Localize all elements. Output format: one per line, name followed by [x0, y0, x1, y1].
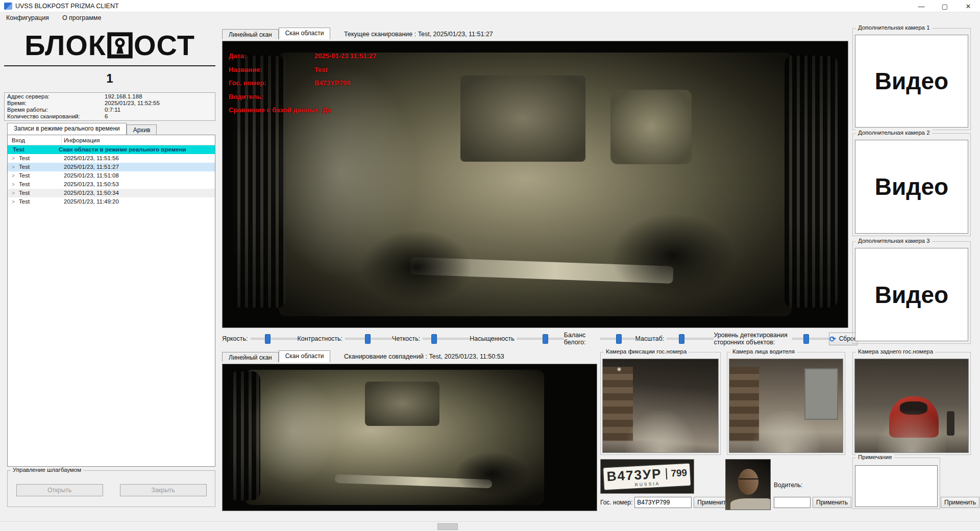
barrier-open-button[interactable]: Открыть: [16, 484, 103, 496]
brightness-slider[interactable]: [251, 338, 298, 340]
extra-camera-1-title: Дополнительная камера 1: [856, 24, 932, 31]
title-bar: UVSS BLOKPOST PRIZMA CLIENT — ▢ ✕: [0, 0, 980, 12]
scan-overlay-text: Дата:2025-01-23 11:51:27 Название:Test Г…: [229, 49, 376, 117]
expander-icon[interactable]: >: [8, 163, 19, 171]
overlay-driver-label: Водитель:: [229, 90, 314, 104]
ghost-overlay: [249, 376, 338, 486]
tab-archive[interactable]: Архив: [127, 124, 157, 135]
extra-camera-2-video[interactable]: Видео: [855, 140, 968, 234]
row-info: 2025/01/23, 11:51:08: [62, 171, 215, 180]
tab-area-scan-top[interactable]: Скан области: [279, 28, 331, 39]
zoom-label: Масштаб:: [635, 335, 664, 342]
white-balance-slider[interactable]: [600, 338, 635, 340]
license-plate: В473УР 799 RUSSIA: [602, 462, 692, 491]
driver-apply-button[interactable]: Применить: [813, 497, 851, 508]
table-row[interactable]: > Test 2025/01/23, 11:49:20: [8, 197, 215, 206]
driver-input[interactable]: [774, 497, 811, 508]
floor-light: [626, 411, 695, 452]
note-textarea[interactable]: [855, 465, 938, 507]
expander-icon[interactable]: >: [8, 189, 19, 197]
rear-camera-image[interactable]: [854, 359, 969, 453]
note-apply-button[interactable]: Применить: [941, 497, 979, 508]
slider-thumb[interactable]: [543, 334, 548, 344]
scrollbar-thumb[interactable]: [437, 523, 458, 530]
table-row[interactable]: > Test 2025/01/23, 11:50:53: [8, 180, 215, 189]
row-info: 2025/01/23, 11:51:56: [62, 154, 215, 163]
lamp-glow: [617, 367, 622, 372]
extra-camera-1-group: Дополнительная камера 1 Видео: [852, 28, 971, 130]
menu-configuration[interactable]: Конфигурация: [6, 14, 49, 21]
overlay-date-value: 2025-01-23 11:51:27: [314, 49, 376, 63]
slider-thumb[interactable]: [265, 334, 271, 344]
time-label: Время:: [5, 100, 105, 107]
slider-thumb[interactable]: [365, 334, 371, 344]
extra-camera-1-video[interactable]: Видео: [855, 35, 968, 128]
face-camera-group: Камера лица водителя: [727, 352, 845, 455]
overlay-match-line: Сравнение с базой данных: Да: [229, 104, 331, 117]
table-row[interactable]: > Test 2025/01/23, 11:50:34: [8, 189, 215, 197]
table-row-live[interactable]: Test Скан области в режиме реального вре…: [8, 145, 215, 154]
plate-input[interactable]: [634, 497, 692, 508]
maximize-icon[interactable]: ▢: [933, 0, 957, 12]
detection-level-slider[interactable]: [792, 338, 829, 340]
rear-camera-title: Камера заднего гос.номера: [856, 348, 935, 355]
extra-camera-2-title: Дополнительная камера 2: [856, 130, 932, 136]
row-entry: Test: [8, 145, 57, 154]
slider-thumb[interactable]: [679, 334, 684, 344]
row-info: 2025/01/23, 11:50:53: [62, 180, 215, 189]
minimize-icon[interactable]: —: [910, 0, 933, 12]
match-scan-image[interactable]: [222, 364, 597, 511]
tab-linear-scan-bottom[interactable]: Линейный скан: [222, 352, 279, 362]
slider-thumb[interactable]: [616, 334, 622, 344]
sidebar-tabs: Записи в режиме реального времени Архив: [7, 123, 157, 135]
table-row-selected[interactable]: > Test 2025/01/23, 11:51:27: [8, 163, 215, 171]
tire-shade: [785, 56, 838, 308]
expander-icon[interactable]: >: [8, 154, 19, 163]
horizontal-scrollbar[interactable]: [0, 521, 980, 531]
contrast-label: Контрастность:: [298, 335, 343, 342]
column-info[interactable]: Информация: [62, 135, 215, 145]
overlay-name-label: Название:: [229, 63, 314, 77]
sharpness-slider[interactable]: [423, 338, 470, 340]
shadow-blob: [454, 452, 529, 496]
undercarriage-tank: [610, 90, 692, 164]
saturation-slider[interactable]: [517, 338, 564, 340]
brightness-label: Яркость:: [222, 335, 248, 342]
contrast-slider[interactable]: [345, 338, 392, 340]
app-icon: [4, 3, 12, 10]
extra-camera-2-group: Дополнительная камера 2 Видео: [852, 133, 971, 236]
slider-thumb[interactable]: [431, 334, 437, 344]
plate-camera-image[interactable]: [602, 359, 719, 453]
column-entry[interactable]: Вход: [8, 135, 62, 145]
expander-icon[interactable]: >: [8, 171, 19, 180]
current-scan-status: Текущее сканирование : Test, 2025/01/23,…: [344, 31, 493, 38]
person-figure: [947, 411, 955, 436]
row-entry: Test: [19, 180, 62, 189]
scan-count-label: Количество сканирований:: [5, 113, 105, 120]
table-row[interactable]: > Test 2025/01/23, 11:51:56: [8, 154, 215, 163]
plate-region: 799: [666, 467, 688, 479]
expander-icon[interactable]: >: [8, 180, 19, 189]
tab-area-scan-bottom[interactable]: Скан области: [279, 350, 331, 362]
match-scan-status: Сканирование совпадений : Test, 2025/01/…: [344, 353, 504, 360]
floor-light: [752, 411, 820, 452]
expander-icon[interactable]: >: [8, 197, 19, 206]
shadow-blob: [610, 213, 736, 299]
plate-photo: В473УР 799 RUSSIA: [600, 459, 694, 494]
tab-live-records[interactable]: Записи в режиме реального времени: [7, 123, 127, 135]
extra-camera-3-video[interactable]: Видео: [855, 248, 968, 341]
driver-photo: [725, 459, 771, 510]
row-entry: Test: [19, 197, 62, 206]
floor-light: [877, 411, 945, 452]
time-value: 2025/01/23, 11:52:55: [105, 100, 160, 107]
close-icon[interactable]: ✕: [957, 0, 980, 12]
menu-about[interactable]: О программе: [62, 14, 101, 21]
undercarriage-box: [460, 75, 585, 161]
face-camera-image[interactable]: [729, 359, 843, 453]
table-row[interactable]: > Test 2025/01/23, 11:51:08: [8, 171, 215, 180]
barrier-close-button[interactable]: Закрыть: [120, 484, 207, 496]
slider-thumb[interactable]: [803, 334, 809, 344]
tab-linear-scan-top[interactable]: Линейный скан: [222, 29, 279, 39]
main-scan-image[interactable]: Дата:2025-01-23 11:51:27 Название:Test Г…: [222, 41, 848, 328]
zoom-slider[interactable]: [667, 338, 714, 340]
